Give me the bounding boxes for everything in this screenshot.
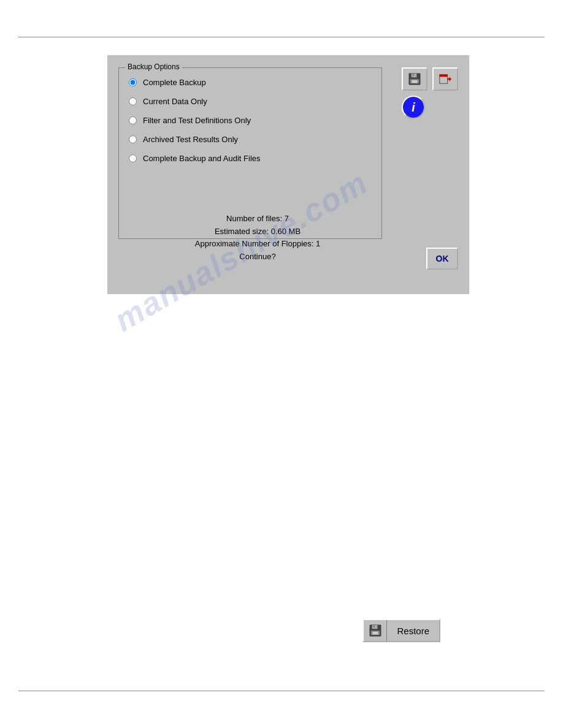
radio-archived[interactable] [129, 135, 137, 143]
toolbar-row-top [402, 67, 458, 91]
svg-rect-2 [412, 74, 414, 77]
ok-button[interactable]: OK [426, 248, 458, 270]
floppy-restore-icon [369, 624, 382, 637]
label-current-data: Current Data Only [143, 97, 207, 106]
summary-line3: Approximate Number of Floppies: 1 [107, 238, 408, 251]
radio-current-data[interactable] [129, 97, 137, 105]
radio-complete-audit[interactable] [129, 154, 137, 162]
exit-icon [439, 72, 452, 86]
radio-option-complete-backup[interactable]: Complete Backup [129, 78, 381, 87]
svg-rect-6 [440, 75, 448, 77]
label-complete-backup: Complete Backup [143, 78, 206, 87]
summary-line4: Continue? [107, 251, 408, 264]
svg-rect-1 [412, 74, 417, 77]
label-archived: Archived Test Results Only [143, 135, 238, 144]
svg-rect-11 [373, 625, 375, 628]
radio-option-archived[interactable]: Archived Test Results Only [129, 135, 381, 144]
restore-button[interactable]: Restore [362, 619, 440, 642]
toolbar-right: i [402, 67, 458, 119]
restore-label: Restore [387, 622, 439, 640]
svg-marker-8 [449, 77, 451, 81]
svg-rect-10 [372, 625, 377, 629]
floppy-icon [408, 72, 421, 86]
label-filter-test: Filter and Test Definitions Only [143, 116, 251, 125]
exit-button[interactable] [432, 67, 458, 91]
radio-filter-test[interactable] [129, 116, 137, 124]
summary-line2: Estimated size: 0.60 MB [107, 226, 408, 238]
toolbar-row-info: i [402, 96, 458, 119]
ok-label: OK [436, 254, 449, 264]
top-divider [18, 37, 545, 37]
radio-option-filter-test[interactable]: Filter and Test Definitions Only [129, 116, 381, 125]
radio-complete-backup[interactable] [129, 78, 137, 86]
radio-option-complete-audit[interactable]: Complete Backup and Audit Files [129, 154, 381, 163]
summary-text: Number of files: 7 Estimated size: 0.60 … [107, 213, 408, 264]
dialog-area: Backup Options Complete Backup Current D… [107, 55, 469, 294]
restore-button-area: Restore [362, 619, 440, 642]
radio-option-current-data[interactable]: Current Data Only [129, 97, 381, 106]
bottom-divider [18, 691, 545, 691]
group-label: Backup Options [125, 63, 182, 71]
restore-icon [364, 620, 387, 641]
save-button[interactable] [402, 67, 427, 91]
info-button[interactable]: i [402, 96, 425, 119]
label-complete-audit: Complete Backup and Audit Files [143, 154, 261, 163]
summary-line1: Number of files: 7 [107, 213, 408, 226]
svg-rect-4 [412, 80, 417, 83]
info-icon: i [412, 100, 415, 115]
svg-rect-13 [372, 632, 378, 635]
